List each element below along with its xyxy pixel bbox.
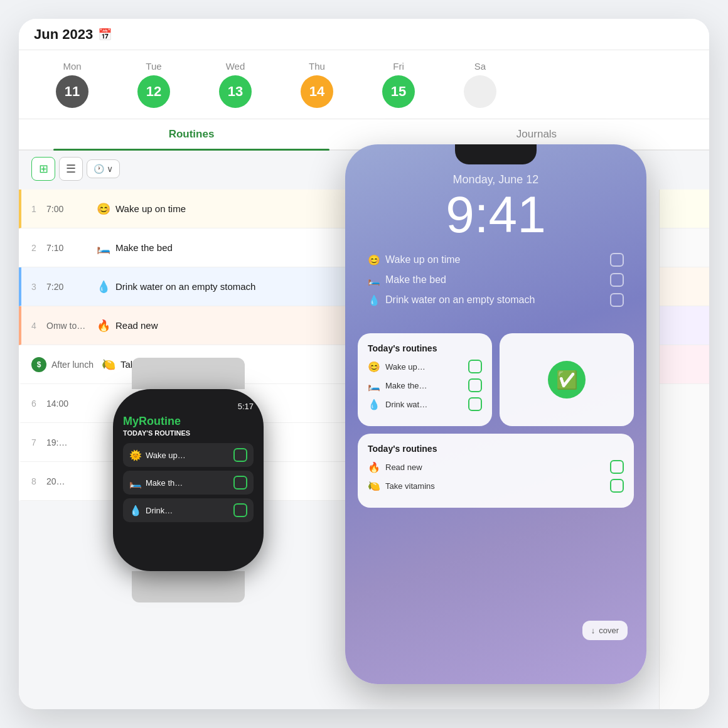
day-fri-label: Fri (393, 61, 404, 72)
row-emoji-1: 😊 (97, 202, 110, 216)
day-wed-circle[interactable]: 13 (219, 75, 252, 108)
lock-text-1: Wake up on time (385, 254, 610, 265)
watch-subtitle: TODAY'S ROUTINES (123, 429, 254, 437)
watch-row-2[interactable]: 🛏️ Make th… (123, 471, 254, 495)
row-time-1: 7:00 (46, 204, 97, 214)
widget2-check-2[interactable] (610, 479, 624, 493)
widget1-title: Today's routines (368, 343, 482, 353)
widget1-text-2: Make the… (385, 381, 463, 390)
widget1-emoji-2: 🛏️ (368, 380, 380, 392)
day-mon-circle[interactable]: 11 (56, 75, 88, 108)
day-sa-circle[interactable] (464, 75, 496, 108)
cover-icon: ↓ (591, 626, 596, 635)
phone-date: Monday, June 12 (345, 173, 646, 186)
widget-logo-card: ✅ (500, 333, 634, 426)
right-col (659, 190, 709, 709)
row-num-5: $ (31, 357, 46, 372)
widget-row-pair-1: Today's routines 😊 Wake up… 🛏️ Make the… (358, 333, 634, 426)
row-num-2: 2 (31, 243, 46, 253)
widget2-emoji-1: 🔥 (368, 461, 380, 473)
sort-button[interactable]: 🕐 ∨ (87, 159, 120, 178)
row-num-8: 8 (31, 476, 46, 486)
cover-button[interactable]: ↓ cover (582, 621, 628, 640)
phone-lock-row-2: 🛏️ Make the bed (368, 273, 624, 287)
row-time-4: Omw to… (46, 321, 97, 331)
checkmark-icon: ✅ (556, 370, 578, 390)
lock-text-2: Make the bed (385, 274, 610, 286)
view-controls: ⊞ ☰ 🕐 ∨ (31, 157, 120, 181)
app-container: Jun 2023 📅 Mon 11 Tue 12 Wed 13 Thu 14 F… (19, 19, 709, 709)
phone-container: Monday, June 12 9:41 😊 Wake up on time 🛏… (326, 144, 665, 709)
phone-lock-row-1: 😊 Wake up on time (368, 253, 624, 267)
watch-band-bottom (132, 571, 245, 602)
list-view-button[interactable]: ☰ (59, 157, 83, 181)
cover-label: cover (599, 626, 619, 635)
right-row-4 (660, 306, 709, 345)
row-time-7: 19:… (46, 437, 97, 447)
day-mon[interactable]: Mon 11 (31, 61, 113, 108)
clock-icon: 🕐 (94, 164, 104, 174)
watch-row-3[interactable]: 💧 Drink… (123, 498, 254, 522)
lock-text-3: Drink water on an empty stomach (385, 294, 610, 306)
day-sa[interactable]: Sa (439, 61, 521, 108)
day-thu[interactable]: Thu 14 (276, 61, 358, 108)
watch-check-1[interactable] (233, 448, 247, 462)
watch-band-top (132, 358, 245, 389)
widget1-check-3[interactable] (468, 397, 482, 411)
lock-check-3[interactable] (610, 293, 624, 307)
watch-check-2[interactable] (233, 476, 247, 490)
grid-view-button[interactable]: ⊞ (31, 157, 55, 181)
list-icon: ☰ (66, 162, 76, 176)
lock-emoji-3: 💧 (368, 294, 380, 306)
widget2-check-1[interactable] (610, 460, 624, 474)
day-mon-label: Mon (63, 61, 81, 72)
day-wed[interactable]: Wed 13 (195, 61, 276, 108)
tab-routines[interactable]: Routines (19, 119, 364, 149)
widget1-row-2: 🛏️ Make the… (368, 378, 482, 392)
row-time-8: 20… (46, 476, 97, 486)
widget2-title: Today's routines (368, 444, 624, 454)
lock-check-1[interactable] (610, 253, 624, 267)
widget1-check-1[interactable] (468, 360, 482, 373)
watch-task-1: Wake up… (146, 451, 233, 460)
widget2-text-2: Take vitamins (385, 481, 605, 491)
widget1-text-3: Drink wat… (385, 400, 463, 409)
phone-time: 9:41 (345, 189, 646, 240)
day-tue[interactable]: Tue 12 (113, 61, 195, 108)
right-row-1 (660, 190, 709, 228)
right-row-5 (660, 345, 709, 384)
week-strip: Mon 11 Tue 12 Wed 13 Thu 14 Fri 15 Sa (19, 50, 709, 119)
phone-widgets: Today's routines 😊 Wake up… 🛏️ Make the… (345, 326, 646, 515)
watch-emoji-3: 💧 (129, 505, 142, 517)
watch-row-1[interactable]: 🌞 Wake up… (123, 443, 254, 467)
watch-check-3[interactable] (233, 503, 247, 517)
lock-emoji-2: 🛏️ (368, 274, 380, 286)
day-thu-label: Thu (309, 61, 325, 72)
widget1-check-2[interactable] (468, 378, 482, 392)
widget1-text-1: Wake up… (385, 362, 463, 372)
day-fri[interactable]: Fri 15 (358, 61, 439, 108)
routine-row-3[interactable]: 3 7:20 💧 Drink water on an empty stomach (19, 267, 345, 306)
phone-body: Monday, June 12 9:41 😊 Wake up on time 🛏… (345, 144, 646, 684)
routine-row-2[interactable]: 2 7:10 🛏️ Make the bed (19, 228, 345, 267)
routine-row-1[interactable]: 1 7:00 😊 Wake up on time (19, 190, 345, 228)
app-title: Jun 2023 (34, 26, 93, 43)
watch-body: 5:17 MyRoutine TODAY'S ROUTINES 🌞 Wake u… (113, 389, 264, 571)
lock-check-2[interactable] (610, 273, 624, 287)
row-task-2: Make the bed (115, 242, 335, 253)
lock-emoji-1: 😊 (368, 254, 380, 266)
widget1-emoji-3: 💧 (368, 399, 380, 410)
widget2-text-1: Read new (385, 463, 605, 472)
row-time-3: 7:20 (46, 282, 97, 292)
day-fri-circle[interactable]: 15 (382, 75, 415, 108)
watch-task-2: Make th… (146, 478, 233, 488)
phone-lock-row-3: 💧 Drink water on an empty stomach (368, 293, 624, 307)
routine-row-4[interactable]: 4 Omw to… 🔥 Read new (19, 306, 345, 345)
row-task-4: Read new (115, 320, 335, 331)
day-wed-label: Wed (226, 61, 245, 72)
calendar-icon: 📅 (98, 28, 112, 41)
right-row-2 (660, 228, 709, 267)
row-num-3: 3 (31, 282, 46, 292)
day-thu-circle[interactable]: 14 (301, 75, 333, 108)
day-tue-circle[interactable]: 12 (137, 75, 170, 108)
